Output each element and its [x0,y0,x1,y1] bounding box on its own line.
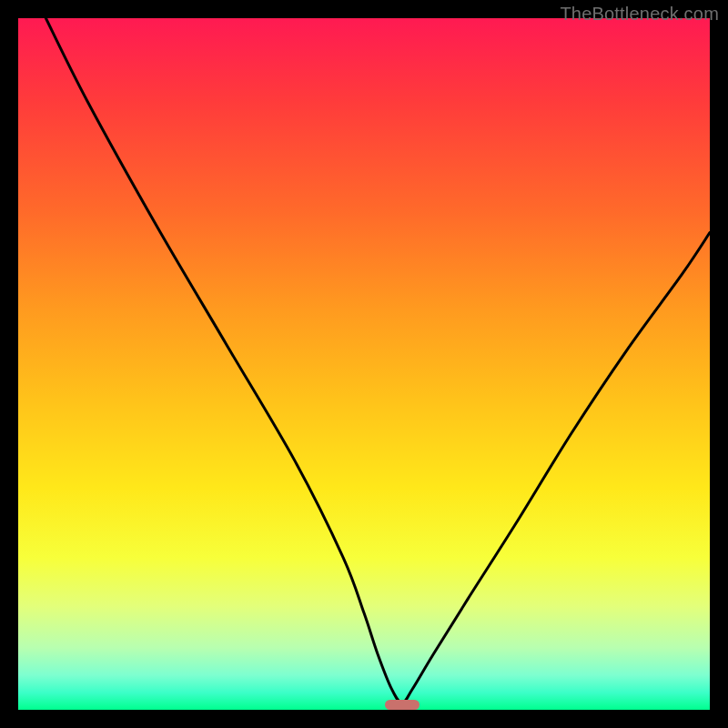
chart-plot-area [18,18,710,710]
bottleneck-curve [18,18,710,710]
chart-stage: TheBottleneck.com [0,0,728,728]
optimal-marker [385,700,420,710]
watermark-text: TheBottleneck.com [560,4,719,25]
